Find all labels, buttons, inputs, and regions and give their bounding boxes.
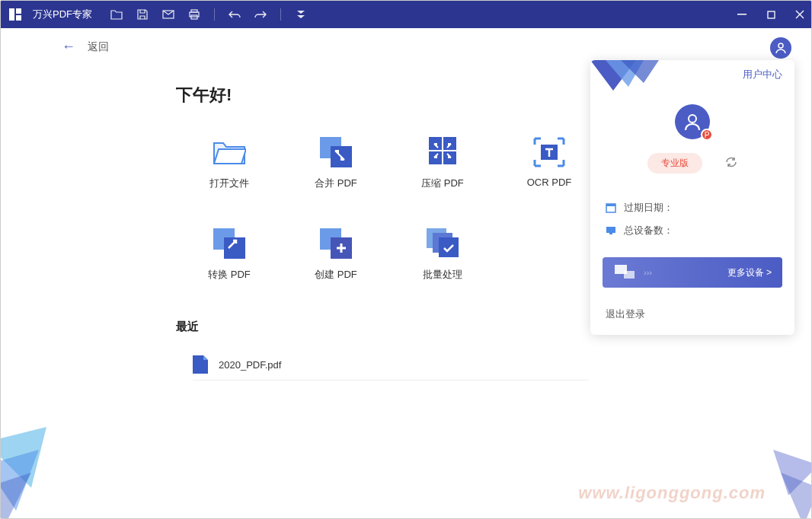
calendar-icon xyxy=(606,202,616,213)
svg-rect-8 xyxy=(768,11,775,18)
separator xyxy=(280,8,281,21)
action-open-file[interactable]: 打开文件 xyxy=(176,137,283,190)
app-window: 万兴PDF专家 xyxy=(0,0,812,519)
toolbar-icons xyxy=(110,8,307,21)
svg-point-9 xyxy=(778,43,783,48)
monitor-icon xyxy=(606,225,616,236)
recent-file-item[interactable]: 2020_PDF.pdf xyxy=(193,349,589,380)
action-label: 合并 PDF xyxy=(315,177,357,190)
avatar-wrap: P xyxy=(590,104,794,139)
back-label[interactable]: 返回 xyxy=(88,40,109,54)
convert-icon xyxy=(213,228,246,259)
action-label: 批量处理 xyxy=(423,268,462,282)
titlebar: 万兴PDF专家 xyxy=(1,1,811,28)
action-label: 打开文件 xyxy=(209,177,249,190)
user-button[interactable] xyxy=(770,37,791,59)
decoration-bottom-left xyxy=(0,427,77,519)
expire-label: 过期日期： xyxy=(624,201,673,215)
content-area: ← 返回 下午好! 打开文件 合并 PDF xyxy=(1,28,811,518)
action-label: 压缩 PDF xyxy=(421,177,464,190)
avatar-icon[interactable]: P xyxy=(675,104,710,139)
svg-point-24 xyxy=(689,115,696,123)
svg-rect-26 xyxy=(606,204,615,206)
merge-icon xyxy=(319,137,353,167)
action-create-pdf[interactable]: 创建 PDF xyxy=(283,228,389,282)
back-arrow-icon[interactable]: ← xyxy=(62,39,75,55)
panel-decoration xyxy=(590,60,659,103)
mail-icon[interactable] xyxy=(162,8,174,21)
ocr-icon xyxy=(532,137,566,167)
logout-button[interactable]: 退出登录 xyxy=(590,301,794,335)
minimize-button[interactable] xyxy=(737,9,747,20)
create-icon xyxy=(319,228,353,259)
svg-rect-23 xyxy=(439,237,459,257)
watermark: www.ligonggong.com xyxy=(578,483,766,503)
maximize-button[interactable] xyxy=(766,9,776,20)
action-ocr-pdf[interactable]: OCR PDF xyxy=(496,137,603,190)
app-title: 万兴PDF专家 xyxy=(33,8,92,21)
devices-row: 总设备数： xyxy=(590,219,794,242)
folder-icon[interactable] xyxy=(110,8,123,21)
plan-label: 专业版 xyxy=(647,153,702,174)
action-label: OCR PDF xyxy=(527,177,572,188)
refresh-icon[interactable] xyxy=(725,156,737,171)
print-icon[interactable] xyxy=(188,8,200,21)
svg-rect-0 xyxy=(9,8,14,21)
action-label: 创建 PDF xyxy=(315,268,357,282)
save-icon[interactable] xyxy=(136,8,149,21)
redo-icon[interactable] xyxy=(254,8,267,21)
devices-label: 总设备数： xyxy=(624,224,673,237)
collapse-icon[interactable] xyxy=(295,8,307,21)
close-button[interactable] xyxy=(794,9,805,20)
app-logo-icon xyxy=(7,6,24,23)
action-merge-pdf[interactable]: 合并 PDF xyxy=(283,137,389,190)
svg-rect-27 xyxy=(606,227,615,233)
devices-icon xyxy=(613,263,636,282)
plan-badge-icon: P xyxy=(701,129,713,141)
undo-icon[interactable] xyxy=(229,8,241,21)
actions-grid: 打开文件 合并 PDF 压缩 PDF OCR PDF xyxy=(176,137,603,282)
compress-icon xyxy=(426,137,459,167)
svg-rect-7 xyxy=(737,14,746,15)
folder-open-icon xyxy=(213,137,246,167)
action-convert-pdf[interactable]: 转换 PDF xyxy=(176,228,283,282)
svg-rect-2 xyxy=(16,15,21,21)
more-devices-label: 更多设备 > xyxy=(727,266,772,279)
plan-row: 专业版 xyxy=(590,153,794,174)
file-name: 2020_PDF.pdf xyxy=(219,359,281,371)
action-compress-pdf[interactable]: 压缩 PDF xyxy=(389,137,496,190)
action-label: 转换 PDF xyxy=(208,268,251,282)
more-devices-button[interactable]: ››› 更多设备 > xyxy=(603,257,782,288)
separator xyxy=(214,8,215,21)
svg-rect-30 xyxy=(624,271,635,279)
svg-rect-28 xyxy=(609,233,612,234)
svg-rect-1 xyxy=(16,8,21,14)
action-batch[interactable]: 批量处理 xyxy=(389,228,496,282)
expire-row: 过期日期： xyxy=(590,196,794,219)
pdf-file-icon xyxy=(193,355,208,374)
batch-icon xyxy=(426,228,459,259)
window-controls xyxy=(737,9,805,20)
user-panel: 用户中心 P 专业版 过期日期： 总设备数： xyxy=(590,60,794,335)
